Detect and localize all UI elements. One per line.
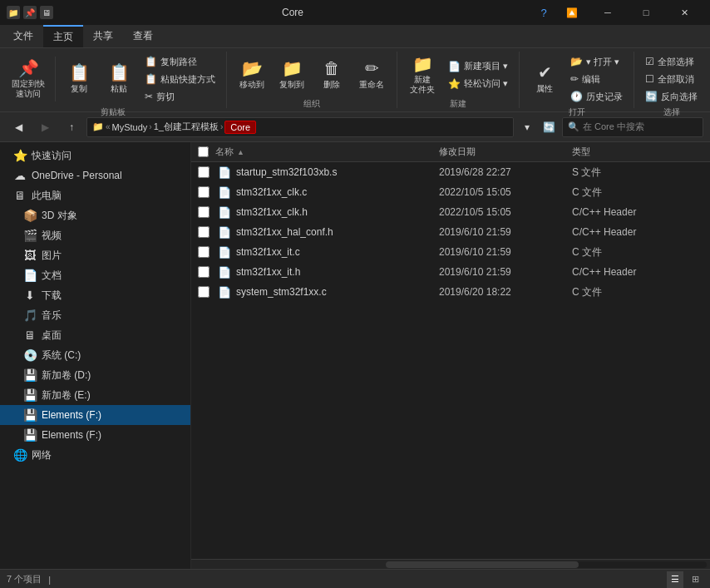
table-row[interactable]: 📄 stm32f1xx_hal_conf.h 2019/6/10 21:59 C…	[191, 222, 710, 242]
sidebar-item-onedrive[interactable]: ☁ OneDrive - Personal	[0, 166, 190, 185]
new-buttons: 📁 新建文件夹 📄 新建项目 ▾ ⭐ 轻松访问 ▾	[404, 53, 512, 96]
refresh-button[interactable]: 🔄	[539, 117, 559, 137]
maximize-button[interactable]: □	[627, 0, 665, 25]
select-all-checkbox[interactable]	[198, 146, 209, 157]
paste-shortcut-button[interactable]: 📋 粘贴快捷方式	[141, 71, 219, 87]
rename-icon: ✏	[365, 60, 379, 77]
pin-icon[interactable]: 📌	[23, 6, 37, 19]
file-size: 17 KB	[680, 226, 710, 238]
table-row[interactable]: 📄 system_stm32f1xx.c 2019/6/20 18:22 C 文…	[191, 282, 710, 302]
address-bar: ◀ ▶ ↑ 📁 « MyStudy › 1_创建工程模板 › Core ▾ 🔄 …	[0, 112, 710, 142]
sidebar-item-video[interactable]: 🎬 视频	[0, 225, 190, 245]
open-buttons: ✔ 属性 📂 ▾ 打开 ▾ ✏ 编辑 🕐 历史记录	[526, 53, 627, 105]
copy-to-icon: 📁	[282, 60, 303, 77]
move-to-button[interactable]: 📂 移动到	[234, 53, 270, 96]
cut-icon: ✂	[145, 91, 153, 102]
scrollbar-track[interactable]	[386, 561, 707, 568]
cut-button[interactable]: ✂ 剪切	[141, 88, 219, 105]
title-bar-icons: 📁 📌 🖥	[7, 6, 53, 19]
header-name[interactable]: 名称 ▲	[198, 146, 439, 158]
c-drive-icon: 💿	[23, 348, 37, 362]
sidebar-label: 3D 对象	[42, 209, 77, 223]
invert-selection-button[interactable]: 🔄 反向选择	[641, 88, 702, 105]
delete-button[interactable]: 🗑 删除	[313, 53, 350, 96]
horizontal-scrollbar[interactable]	[191, 559, 710, 569]
sidebar-label: 图片	[42, 249, 62, 263]
minimize-button[interactable]: ─	[589, 0, 627, 25]
breadcrumb-mystudy[interactable]: MyStudy	[112, 122, 148, 132]
sidebar-item-downloads[interactable]: ⬇ 下载	[0, 285, 190, 305]
tab-file[interactable]: 文件	[3, 25, 43, 47]
header-date[interactable]: 修改日期	[439, 146, 572, 158]
tab-home[interactable]: 主页	[43, 25, 83, 47]
file-checkbox[interactable]	[198, 186, 210, 198]
breadcrumb-project[interactable]: 1_创建工程模板	[154, 121, 219, 133]
header-type[interactable]: 类型	[572, 146, 680, 158]
sidebar-item-network[interactable]: 🌐 网络	[0, 445, 190, 465]
file-checkbox[interactable]	[198, 226, 210, 238]
file-checkbox[interactable]	[198, 266, 210, 278]
sidebar-item-e-drive[interactable]: 💾 新加卷 (E:)	[0, 385, 190, 405]
close-button[interactable]: ✕	[665, 0, 703, 25]
file-type: C 文件	[572, 185, 680, 200]
file-checkbox[interactable]	[198, 166, 210, 178]
deselect-all-button[interactable]: ☐ 全部取消	[641, 71, 702, 87]
new-item-button[interactable]: 📄 新建项目 ▾	[444, 58, 512, 75]
sidebar-item-quick-access[interactable]: ⭐ 快速访问	[0, 146, 190, 166]
file-checkbox[interactable]	[198, 286, 210, 298]
sidebar-item-desktop[interactable]: 🖥 桌面	[0, 325, 190, 345]
edit-icon: ✏	[570, 73, 579, 85]
table-row[interactable]: 📄 stm32f1xx_clk.h 2022/10/5 15:05 C/C++ …	[191, 202, 710, 222]
sidebar-item-pictures[interactable]: 🖼 图片	[0, 245, 190, 265]
file-checkbox[interactable]	[198, 206, 210, 218]
sidebar-item-music[interactable]: 🎵 音乐	[0, 305, 190, 325]
sidebar-item-f-drive-1[interactable]: 💾 Elements (F:)	[0, 405, 190, 425]
edit-button[interactable]: ✏ 编辑	[566, 71, 627, 87]
up-button[interactable]: ↑	[60, 116, 83, 139]
table-row[interactable]: 📄 stm32f1xx_it.h 2019/6/10 21:59 C/C++ H…	[191, 262, 710, 282]
status-bar: 7 个项目 | ☰ ⊞	[0, 569, 710, 588]
pin-icon: 📌	[18, 60, 39, 77]
sidebar-item-f-drive-2[interactable]: 💾 Elements (F:)	[0, 425, 190, 445]
forward-button[interactable]: ▶	[33, 116, 57, 139]
copy-to-button[interactable]: 📁 复制到	[274, 53, 310, 96]
sidebar-item-c-drive[interactable]: 💿 系统 (C:)	[0, 345, 190, 365]
sidebar-item-3d[interactable]: 📦 3D 对象	[0, 205, 190, 225]
tab-share[interactable]: 共享	[83, 25, 123, 47]
table-row[interactable]: 📄 startup_stm32f103xb.s 2019/6/28 22:27 …	[191, 162, 710, 182]
deselect-icon: ☐	[645, 73, 654, 85]
file-checkbox[interactable]	[198, 246, 210, 258]
sidebar-label: 快速访问	[32, 149, 71, 163]
table-row[interactable]: 📄 stm32f1xx_clk.c 2022/10/5 15:05 C 文件 3…	[191, 182, 710, 202]
sidebar-item-d-drive[interactable]: 💾 新加卷 (D:)	[0, 365, 190, 385]
copy-button[interactable]: 📋 复制	[61, 57, 97, 101]
file-date: 2019/6/10 21:59	[439, 266, 572, 278]
paste-icon: 📋	[109, 64, 130, 81]
easy-access-button[interactable]: ⭐ 轻松访问 ▾	[444, 76, 512, 92]
properties-button[interactable]: ✔ 属性	[526, 57, 563, 101]
details-view-button[interactable]: ☰	[667, 571, 683, 588]
large-icons-view-button[interactable]: ⊞	[687, 571, 703, 588]
pin-quick-access-button[interactable]: 📌 固定到快速访问	[7, 57, 50, 101]
select-all-button[interactable]: ☑ 全部选择	[641, 53, 702, 70]
scrollbar-thumb[interactable]	[386, 561, 579, 568]
breadcrumb-icon[interactable]: 📁	[92, 121, 104, 132]
file-date: 2019/6/20 18:22	[439, 286, 572, 298]
dropdown-button[interactable]: ▾	[517, 117, 537, 137]
header-size[interactable]: 大小	[680, 146, 710, 158]
back-button[interactable]: ◀	[7, 116, 30, 139]
history-button[interactable]: 🕐 历史记录	[566, 88, 627, 105]
expand-button[interactable]: 🔼	[560, 0, 584, 25]
copy-path-button[interactable]: 📋 复制路径	[141, 53, 219, 70]
sidebar-item-this-pc[interactable]: 🖥 此电脑	[0, 185, 190, 205]
search-box[interactable]: 🔍 在 Core 中搜索	[562, 117, 703, 137]
paste-button[interactable]: 📋 粘贴	[101, 57, 137, 101]
sidebar-item-documents[interactable]: 📄 文档	[0, 265, 190, 285]
table-row[interactable]: 📄 stm32f1xx_it.c 2019/6/10 21:59 C 文件 5 …	[191, 242, 710, 262]
rename-button[interactable]: ✏ 重命名	[353, 53, 390, 96]
video-icon: 🎬	[23, 229, 37, 242]
new-folder-button[interactable]: 📁 新建文件夹	[404, 53, 441, 96]
help-button[interactable]: ?	[532, 0, 555, 25]
open-button[interactable]: 📂 ▾ 打开 ▾	[566, 53, 627, 70]
tab-view[interactable]: 查看	[123, 25, 163, 47]
